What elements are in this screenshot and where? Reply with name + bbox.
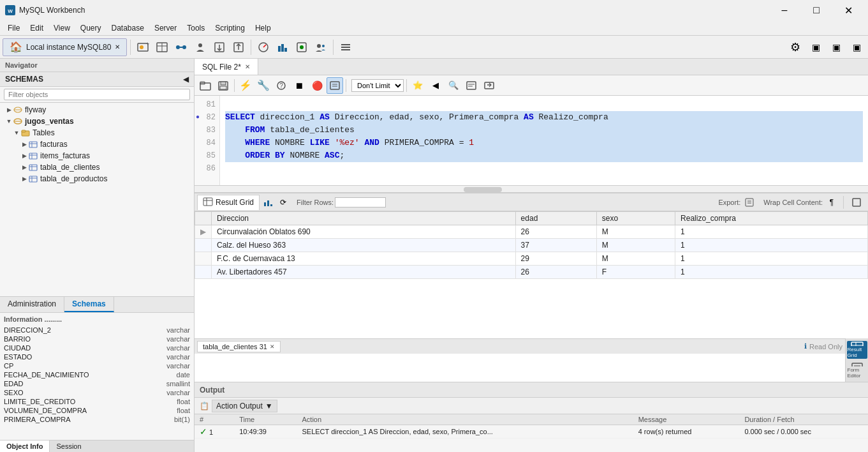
sql-tb-open[interactable] [197,77,214,94]
cell-edad-2: 37 [515,239,596,252]
tree-item-items-facturas[interactable]: ▶ items_facturas [0,150,194,162]
maximize-button[interactable]: □ [802,0,831,20]
tb-server-status[interactable] [293,38,311,56]
svg-rect-18 [278,46,281,52]
menu-scripting[interactable]: Scripting [210,22,250,34]
action-output-select[interactable]: Action Output ▼ [212,400,277,412]
table-row[interactable]: ▶ Circunvalación Oblatos 690 26 M 1 [195,225,868,239]
schemas-expand-icon[interactable]: ◀ [183,75,189,84]
result-chart-btn[interactable] [261,196,275,209]
svg-rect-19 [281,44,284,52]
tb-new-table[interactable] [153,38,171,56]
tree-label-tabla-de-productos: tabla_de_productos [40,174,107,183]
main-content: Navigator SCHEMAS ◀ ▶ flyway ▼ [0,59,868,452]
tree-item-facturas[interactable]: ▶ facturas [0,139,194,150]
sql-tb-execute-all[interactable]: ⚡ [237,77,254,94]
close-button[interactable]: ✕ [834,0,863,20]
tb-new-schema[interactable]: + [134,38,152,56]
tb-users[interactable] [191,38,209,56]
code-content[interactable]: SELECT direccion_1 AS Direccion, edad, s… [220,96,868,185]
tb-data-export[interactable] [210,38,228,56]
minimize-button[interactable]: – [770,0,799,20]
export-icon-btn[interactable] [742,195,757,209]
svg-point-24 [322,45,325,47]
sql-tb-stop-script[interactable]: 🔴 [309,77,325,94]
sp-form-editor[interactable]: Form Editor [847,361,867,379]
menu-database[interactable]: Database [107,22,149,34]
menu-tools[interactable]: Tools [182,22,210,34]
menu-bar: File Edit View Query Database Server Too… [0,20,868,36]
table-row[interactable]: Calz. del Hueso 363 37 M 1 [195,239,868,252]
table-row[interactable]: Av. Libertadores 457 26 F 1 [195,266,868,279]
sql-tb-toggle-output[interactable] [327,77,343,94]
sql-tb-explain[interactable]: ? [273,77,290,94]
menu-help[interactable]: Help [250,22,276,34]
limit-select[interactable]: Don't Limit 1000 rows 500 rows 200 rows [351,79,404,92]
cell-edad-1: 26 [515,225,596,239]
svg-rect-50 [220,86,226,89]
filter-input[interactable] [4,89,190,100]
title-bar-controls[interactable]: – □ ✕ [770,0,863,20]
rb-tab-close[interactable]: ✕ [270,343,275,350]
sql-tb-bookmark[interactable]: ⭐ [409,77,426,94]
menu-server[interactable]: Server [149,22,182,34]
sql-tb-back[interactable]: ◀ [427,77,444,94]
sql-tb-execute-selection[interactable]: 🔧 [255,77,272,94]
instance-tab-close[interactable]: ✕ [115,43,120,50]
settings-button[interactable]: ⚙ [786,38,804,56]
code-scrollbar[interactable] [195,185,868,193]
layout-btn-1[interactable]: ▣ [807,38,825,56]
table-row[interactable]: F.C. de Cuernavaca 13 29 M 1 [195,252,868,266]
info-key-sexo: SEXO [4,389,24,396]
svg-point-8 [176,45,180,49]
rb-tab-tabla-clientes[interactable]: tabla_de_clientes 31 ✕ [197,341,281,352]
layout-btn-3[interactable]: ▣ [848,38,865,56]
info-val-primera: bit(1) [174,416,190,423]
tree-item-jugos-ventas[interactable]: ▼ jugos_ventas [0,116,194,127]
tb-client-connections[interactable] [312,38,330,56]
tree-item-flyway[interactable]: ▶ flyway [0,104,194,116]
tb-workbench-prefs[interactable] [337,38,355,56]
toolbar-right: ⚙ ▣ ▣ ▣ [786,38,865,56]
sql-tb-stop[interactable]: ⏹ [291,77,307,94]
main-toolbar: 🏠 Local instance MySQL80 ✕ + ⚙ ▣ ▣ ▣ [0,36,868,59]
output-col-message: Message [633,414,740,425]
query-tab-sql-file-2[interactable]: SQL File 2* ✕ [195,59,258,75]
tb-data-import[interactable] [230,38,247,56]
tree-item-tabla-de-productos[interactable]: ▶ tabla_de_productos [0,173,194,185]
cell-sexo-3: M [596,252,675,266]
menu-view[interactable]: View [48,22,75,34]
app-icon: W [5,5,15,15]
tab-schemas[interactable]: Schemas [64,297,114,312]
result-refresh-btn[interactable]: ⟳ [276,196,290,209]
cell-sexo-2: M [596,239,675,252]
sql-tb-save[interactable] [215,77,232,94]
menu-edit[interactable]: Edit [25,22,48,34]
sql-tb-format[interactable] [463,77,480,94]
svg-rect-65 [267,200,269,206]
sql-tb-find[interactable]: 🔍 [445,77,462,94]
tab-session[interactable]: Session [50,441,87,452]
result-expand-btn[interactable] [848,195,865,209]
output-tabs-row: 📋 Action Output ▼ [195,398,868,414]
data-grid[interactable]: Direccion edad sexo Realizo_compra ▶ Cir… [195,211,868,338]
sp-result-grid[interactable]: Result Grid [847,341,867,359]
tree-item-tabla-de-clientes[interactable]: ▶ tabla_de_clientes [0,162,194,173]
tb-performance[interactable] [254,38,272,56]
query-tab-close[interactable]: ✕ [245,63,250,70]
result-tab-grid[interactable]: Result Grid [197,195,260,210]
layout-btn-2[interactable]: ▣ [827,38,845,56]
menu-file[interactable]: File [3,22,25,34]
tab-object-info[interactable]: Object Info [0,441,50,452]
tree-item-tables[interactable]: ▼ Tables [0,127,194,139]
tb-dashboard[interactable] [274,38,291,56]
line-num-85: 85 [195,149,219,162]
tab-administration[interactable]: Administration [0,297,64,312]
tb-connections[interactable] [172,38,190,56]
wrap-cell-btn[interactable]: ¶ [824,195,839,209]
sql-tb-snippets[interactable] [481,77,497,94]
menu-query[interactable]: Query [75,22,107,34]
instance-tab[interactable]: 🏠 Local instance MySQL80 ✕ [3,38,127,56]
filter-rows-input[interactable] [335,197,386,207]
tree-arrow-facturas: ▶ [20,140,28,148]
